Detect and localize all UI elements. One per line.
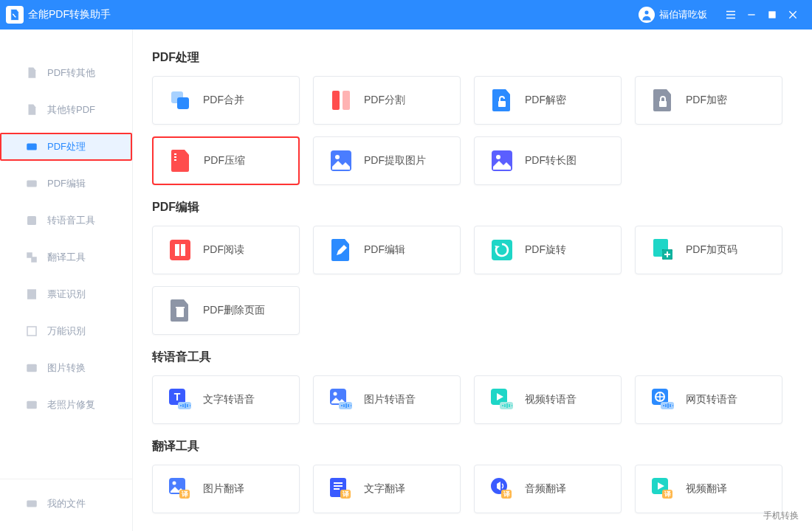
section-title-translate: 翻译工具 (152, 439, 802, 454)
card-label: 视频转语音 (525, 393, 577, 406)
card-pdf-rotate[interactable]: PDF旋转 (474, 226, 622, 274)
sidebar-item-pdf-to-other[interactable]: PDF转其他 (0, 59, 132, 87)
card-label: PDF删除页面 (203, 304, 265, 317)
card-pdf-split[interactable]: PDF分割 (313, 76, 461, 125)
minimize-button[interactable] (741, 4, 762, 25)
card-label: PDF分割 (364, 94, 405, 107)
card-pdf-decrypt[interactable]: PDF解密 (474, 76, 622, 125)
sidebar-item-photo-repair[interactable]: 老照片修复 (0, 391, 132, 419)
svg-rect-58 (334, 488, 340, 490)
card-text-translate[interactable]: 译 文字翻译 (313, 465, 461, 513)
menu-button[interactable] (720, 4, 741, 25)
sidebar-item-translate[interactable]: 翻译工具 (0, 243, 132, 271)
card-pdf-add-pagenum[interactable]: PDF加页码 (635, 226, 782, 274)
svg-rect-10 (27, 216, 36, 225)
card-label: 音频翻译 (525, 482, 566, 496)
card-pdf-to-longimg[interactable]: PDF转长图 (474, 136, 622, 185)
image-icon (25, 361, 38, 375)
card-audio-translate[interactable]: 译 音频翻译 (474, 465, 622, 513)
card-video-to-speech[interactable]: 视频转语音 (474, 375, 622, 424)
audio-translate-icon: 译 (491, 478, 513, 500)
sidebar-item-tts[interactable]: 转语音工具 (0, 206, 132, 235)
card-label: PDF加密 (686, 94, 727, 107)
sidebar-item-img-convert[interactable]: 图片转换 (0, 354, 132, 382)
sidebar-item-label: 老照片修复 (47, 398, 95, 412)
app-logo (6, 6, 24, 24)
svg-rect-25 (174, 156, 176, 158)
phone-convert-link[interactable]: 手机转换 (763, 510, 799, 522)
card-label: PDF解密 (525, 94, 566, 107)
card-label: 视频翻译 (686, 482, 727, 496)
card-pdf-extract-img[interactable]: PDF提取图片 (313, 136, 461, 185)
svg-rect-57 (334, 485, 343, 487)
svg-point-44 (334, 392, 337, 396)
svg-rect-50 (661, 402, 674, 409)
split-icon (330, 89, 352, 111)
svg-rect-31 (170, 240, 190, 260)
svg-text:译: 译 (342, 490, 350, 498)
sidebar-item-pdf-edit[interactable]: PDF编辑 (0, 170, 132, 198)
maximize-button[interactable] (762, 4, 782, 25)
svg-rect-45 (339, 402, 352, 409)
sidebar-item-label: 我的文件 (47, 497, 86, 510)
card-pdf-compress[interactable]: PDF压缩 (152, 136, 300, 185)
card-pdf-read[interactable]: PDF阅读 (152, 226, 300, 274)
svg-rect-23 (659, 101, 667, 107)
svg-text:译: 译 (664, 490, 672, 498)
sidebar-item-label: 转语音工具 (47, 214, 95, 227)
card-label: PDF转长图 (525, 154, 577, 167)
folder-icon (25, 497, 38, 510)
card-pdf-edit[interactable]: PDF编辑 (313, 226, 461, 274)
app-title: 全能PDF转换助手 (28, 8, 111, 21)
sidebar-item-other-to-pdf[interactable]: 其他转PDF (0, 96, 132, 124)
user-avatar[interactable] (639, 7, 655, 23)
svg-point-30 (496, 155, 500, 159)
sidebar-item-receipt[interactable]: 票证识别 (0, 280, 132, 308)
long-image-icon (491, 150, 513, 172)
card-img-translate[interactable]: 译 图片翻译 (152, 465, 300, 513)
svg-point-52 (173, 482, 176, 485)
main-content: PDF处理 PDF合并 PDF分割 PDF解密 PDF加密 PDF压缩 (133, 30, 812, 531)
card-web-to-speech[interactable]: 网页转语音 (635, 375, 782, 424)
compress-icon (170, 150, 192, 172)
edit-icon (25, 177, 38, 190)
username[interactable]: 福伯请吃饭 (659, 8, 707, 21)
svg-rect-56 (334, 482, 343, 484)
lock-file-icon (652, 89, 674, 111)
card-pdf-encrypt[interactable]: PDF加密 (635, 76, 782, 125)
sidebar-my-files[interactable]: 我的文件 (25, 490, 132, 518)
card-label: PDF加页码 (686, 243, 737, 257)
svg-rect-12 (31, 257, 37, 263)
sidebar-item-pdf-process[interactable]: PDF处理 (0, 133, 132, 161)
card-label: PDF旋转 (525, 243, 566, 257)
photo-icon (25, 398, 38, 412)
svg-text:译: 译 (181, 490, 189, 498)
video-translate-icon: 译 (652, 478, 674, 500)
sidebar-item-label: PDF处理 (47, 140, 86, 153)
sidebar-item-label: PDF编辑 (47, 177, 86, 190)
svg-rect-26 (174, 159, 176, 161)
card-video-translate[interactable]: 译 视频翻译 (635, 465, 782, 513)
text-translate-icon: 译 (330, 478, 352, 500)
svg-rect-47 (500, 402, 513, 409)
svg-rect-14 (27, 327, 36, 336)
unlock-file-icon (491, 89, 513, 111)
svg-rect-33 (181, 244, 185, 256)
svg-rect-9 (27, 181, 37, 187)
pdf-file-icon (25, 66, 38, 80)
section-title-pdf-process: PDF处理 (152, 50, 802, 66)
close-button[interactable] (782, 4, 803, 25)
card-pdf-delete-page[interactable]: PDF删除页面 (152, 286, 300, 335)
to-pdf-icon (25, 103, 38, 117)
audio-icon (25, 214, 38, 227)
sidebar-item-ocr[interactable]: 万能识别 (0, 317, 132, 345)
sidebar-item-label: 图片转换 (47, 361, 86, 375)
card-label: 文字转语音 (203, 393, 255, 406)
card-text-to-speech[interactable]: T 文字转语音 (152, 375, 300, 424)
card-label: PDF合并 (203, 94, 244, 107)
card-pdf-merge[interactable]: PDF合并 (152, 76, 300, 125)
svg-rect-19 (177, 97, 189, 109)
card-img-to-speech[interactable]: 图片转语音 (313, 375, 461, 424)
svg-rect-20 (332, 91, 340, 110)
card-label: PDF提取图片 (364, 154, 426, 167)
